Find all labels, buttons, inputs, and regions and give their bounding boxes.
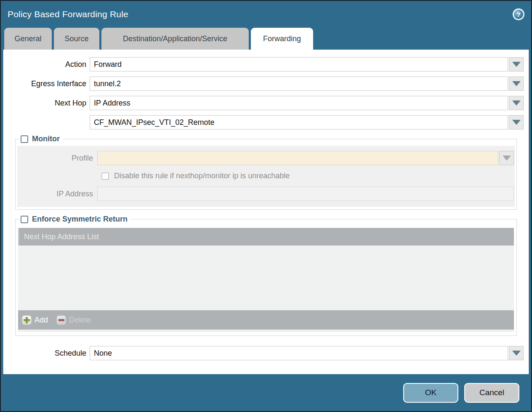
- chevron-down-icon: [512, 120, 521, 125]
- pbf-rule-dialog: Policy Based Forwarding Rule ? General S…: [0, 0, 532, 412]
- ok-button[interactable]: OK: [403, 383, 458, 403]
- delete-button-disabled: Delete: [56, 315, 91, 325]
- monitor-legend-label: Monitor: [32, 135, 60, 143]
- chevron-down-icon: [503, 156, 511, 161]
- monitor-ip-address-input-disabled: [97, 187, 514, 201]
- next-hop-address-row: [3, 115, 529, 129]
- chevron-down-icon: [512, 62, 521, 67]
- action-input[interactable]: [90, 57, 508, 71]
- action-row: Action: [3, 57, 529, 71]
- cancel-button-label: Cancel: [479, 388, 504, 397]
- add-button[interactable]: Add: [22, 315, 48, 325]
- tab-strip: General Source Destination/Application/S…: [1, 28, 531, 50]
- chevron-down-icon: [512, 351, 521, 356]
- schedule-dropdown-button[interactable]: [509, 346, 524, 360]
- symmetric-return-legend: Enforce Symmetric Return: [20, 215, 131, 224]
- profile-row: Profile: [17, 151, 514, 165]
- disable-rule-row: Disable this rule if nexthop/monitor ip …: [101, 172, 514, 180]
- chevron-down-icon: [512, 100, 521, 106]
- next-hop-address-column-header: Next Hop Address List: [24, 232, 99, 241]
- disable-rule-checkbox-disabled: [101, 172, 109, 180]
- disable-rule-label: Disable this rule if nexthop/monitor ip …: [114, 172, 290, 180]
- monitor-checkbox[interactable]: [21, 135, 28, 143]
- profile-dropdown-button-disabled: [499, 151, 514, 165]
- tab-source[interactable]: Source: [54, 28, 99, 50]
- tab-destination-application-service[interactable]: Destination/Application/Service: [101, 28, 249, 50]
- symmetric-return-checkbox[interactable]: [21, 216, 28, 223]
- plus-icon: [22, 315, 32, 325]
- forwarding-tab-panel: Action Egress Interface Next Hop: [3, 50, 529, 374]
- monitor-legend: Monitor: [20, 135, 63, 143]
- tab-general-label: General: [14, 34, 41, 43]
- symmetric-return-legend-label: Enforce Symmetric Return: [32, 215, 128, 224]
- egress-interface-dropdown-button[interactable]: [509, 77, 524, 91]
- profile-label: Profile: [17, 154, 97, 163]
- action-label: Action: [3, 60, 90, 69]
- next-hop-address-table: Next Hop Address List Add Delete: [18, 228, 514, 332]
- next-hop-row: Next Hop: [3, 96, 529, 110]
- profile-input-disabled: [97, 151, 498, 165]
- action-dropdown-button[interactable]: [509, 57, 524, 71]
- dialog-footer: OK Cancel: [1, 374, 531, 411]
- table-bottom-strip: [18, 330, 514, 332]
- next-hop-address-input[interactable]: [90, 115, 508, 129]
- dialog-title: Policy Based Forwarding Rule: [8, 9, 128, 19]
- tab-general[interactable]: General: [4, 28, 52, 50]
- tab-forwarding-label: Forwarding: [263, 34, 301, 43]
- minus-icon: [56, 315, 66, 325]
- add-button-label: Add: [35, 316, 48, 325]
- help-icon[interactable]: ?: [513, 8, 524, 20]
- tab-destination-label: Destination/Application/Service: [123, 34, 227, 43]
- next-hop-type-dropdown-button[interactable]: [509, 96, 524, 110]
- next-hop-address-table-body[interactable]: [18, 246, 514, 310]
- egress-interface-input[interactable]: [90, 77, 508, 91]
- monitor-panel: Profile Disable this rule if nexthop/mon…: [17, 146, 515, 207]
- monitor-ip-address-row: IP Address: [17, 187, 514, 201]
- cancel-button[interactable]: Cancel: [464, 383, 519, 403]
- chevron-down-icon: [512, 81, 521, 86]
- next-hop-label: Next Hop: [3, 99, 90, 108]
- schedule-row: Schedule: [3, 346, 529, 360]
- ok-button-label: OK: [425, 388, 436, 397]
- tab-forwarding[interactable]: Forwarding: [251, 28, 313, 50]
- next-hop-type-input[interactable]: [90, 96, 508, 110]
- next-hop-address-table-header: Next Hop Address List: [18, 228, 514, 246]
- help-glyph: ?: [516, 11, 520, 18]
- egress-interface-row: Egress Interface: [3, 77, 529, 91]
- symmetric-return-fieldset: Enforce Symmetric Return Next Hop Addres…: [15, 215, 517, 336]
- schedule-label: Schedule: [3, 349, 90, 358]
- egress-interface-label: Egress Interface: [3, 79, 90, 88]
- next-hop-address-table-toolbar: Add Delete: [18, 310, 514, 330]
- schedule-input[interactable]: [90, 346, 508, 360]
- delete-button-label: Delete: [69, 316, 91, 325]
- monitor-ip-address-label: IP Address: [17, 190, 97, 198]
- monitor-fieldset: Monitor Profile Disable this rule if nex…: [15, 135, 517, 210]
- next-hop-address-dropdown-button[interactable]: [509, 115, 524, 129]
- dialog-titlebar: Policy Based Forwarding Rule ?: [1, 1, 531, 28]
- tab-source-label: Source: [64, 34, 88, 43]
